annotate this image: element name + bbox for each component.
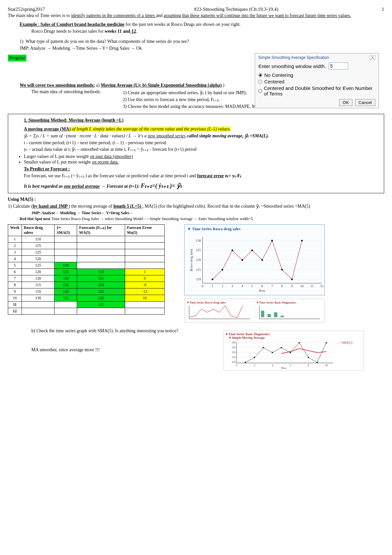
svg-text:8: 8	[281, 284, 283, 288]
jmp-path: Analyze → Modeling →Time Series→Y= Drug …	[30, 46, 142, 51]
sma-chart-svg: 110115120 125130 024 6810 Row	[225, 339, 336, 369]
svg-text:9: 9	[291, 284, 293, 288]
table-row: 9110120122-12	[8, 288, 165, 295]
radio-icon	[258, 73, 262, 77]
using-step1: 1) Calculate (by hand and JMP ) the movi…	[8, 203, 384, 210]
irregular-label: Irregular	[8, 55, 26, 61]
svg-text:4: 4	[241, 284, 243, 288]
svg-text:115: 115	[196, 268, 201, 271]
page-title: #23-Smoothing Techniques (Ch:19.3-19.4)	[194, 7, 278, 12]
page-number: 1	[382, 7, 384, 12]
svg-text:Row: Row	[281, 367, 286, 369]
svg-text:2: 2	[221, 284, 223, 288]
svg-text:1: 1	[212, 284, 213, 288]
svg-text:120: 120	[196, 258, 201, 262]
table-row: 1013012112010	[8, 295, 165, 301]
svg-text:Rosco drug sales: Rosco drug sales	[189, 249, 193, 271]
svg-point-35	[291, 278, 293, 280]
rosco-line: Rosco Drugs needs to forecast sales for …	[31, 28, 384, 35]
svg-point-33	[271, 240, 273, 241]
table-row: 1110	[8, 236, 165, 242]
radio-centered-double[interactable]: Centered and Double Smoothed for Even Nu…	[258, 85, 375, 96]
svg-text:125: 125	[196, 248, 201, 252]
example-heading: Example : Sales of Comfort brand headach…	[20, 22, 384, 28]
svg-text:130: 130	[196, 238, 201, 242]
svg-text:0: 0	[202, 284, 204, 288]
chart-svg: 1101151201251300123456789101112RowRosco …	[188, 234, 325, 292]
enter-width-label: Enter smoothing window width.	[258, 63, 326, 69]
svg-text:2: 2	[254, 364, 255, 367]
svg-text:6: 6	[290, 364, 291, 367]
table-row: 61201211191	[8, 269, 165, 275]
red-hot-spot-line: Red Hot Spot next Red Hot Spot next Time…	[20, 216, 384, 221]
svg-text:125: 125	[232, 346, 236, 349]
time-series-chart: ▼ Time Series Rosco drug sales 110115120…	[184, 224, 325, 295]
dialog-title: Simple Smoothing Average Specification	[258, 55, 329, 60]
using-ma5-heading: Using MA(5) :	[8, 197, 384, 203]
svg-point-31	[252, 250, 253, 251]
svg-text:7: 7	[271, 284, 273, 288]
svg-text:12: 12	[320, 284, 323, 288]
course-code: Stat252spring2017	[8, 7, 45, 12]
svg-point-29	[232, 250, 233, 251]
moving-average-box: 1. Smoothing Method: Moving Average (len…	[8, 114, 384, 194]
col-sales: Rosco drug saless	[22, 224, 55, 236]
svg-text:10: 10	[325, 364, 328, 367]
svg-text:110: 110	[196, 277, 201, 281]
svg-point-28	[221, 269, 223, 270]
svg-point-36	[301, 240, 303, 241]
svg-text:0: 0	[236, 364, 237, 367]
svg-point-32	[261, 259, 263, 261]
table-row: 8115122124-9	[8, 282, 165, 288]
moving-average-chart: ▼Time Series Basic Diagnostics ▼Simple M…	[223, 331, 364, 371]
svg-text:Row: Row	[259, 289, 266, 292]
ma-smoother-note: MA smoother, since average more !!!	[31, 347, 217, 353]
page-header: Stat252spring2017 #23-Smoothing Techniqu…	[8, 7, 384, 12]
table-row: 11121	[8, 301, 165, 308]
svg-point-34	[281, 269, 283, 270]
sma-formula: ỹₜ = Σyₜ / L = sum of · (most · recent ·…	[24, 133, 380, 139]
svg-text:110: 110	[232, 361, 236, 364]
smoothing-width-input[interactable]	[329, 62, 348, 70]
svg-text:5: 5	[252, 284, 253, 288]
predict-line: For forecast, we use Fₜ₊₁ (= ŷₜ₊₁ ) as t…	[24, 173, 380, 179]
svg-text:3: 3	[232, 284, 233, 288]
table-row: 2115	[8, 242, 165, 249]
radio-no-centering[interactable]: No Centering	[258, 72, 375, 78]
col-error: Forecast Error Ma(5)	[125, 224, 164, 236]
svg-text:10: 10	[300, 284, 303, 288]
table-row: 4120	[8, 255, 165, 262]
svg-text:6: 6	[261, 284, 263, 288]
mini-chart-right	[256, 304, 321, 321]
svg-rect-41	[274, 312, 277, 317]
svg-text:115: 115	[232, 356, 236, 359]
svg-text:120: 120	[232, 351, 236, 354]
ma5-table: Week Rosco drug saless ŷ= SMA(5) Forecas…	[8, 224, 165, 315]
svg-rect-40	[268, 314, 271, 317]
table-row: 71301241219	[8, 275, 165, 282]
cancel-button[interactable]: Cancel	[355, 99, 375, 106]
intro-line: The main idea of Time series is to ident…	[8, 13, 384, 19]
svg-text:130: 130	[232, 341, 236, 344]
bullets: Larger values of L put more weight on pa…	[24, 154, 380, 165]
predict-heading: To Predict or Forecast :	[24, 166, 380, 172]
radio-centered[interactable]: Centered	[258, 79, 375, 84]
svg-point-30	[241, 259, 243, 261]
table-row: 3125	[8, 249, 165, 255]
svg-point-27	[212, 278, 213, 280]
col-week: Week	[8, 224, 22, 236]
table-row: 5125119	[8, 262, 165, 269]
question-block: 1) What type of pattern do you see in th…	[8, 39, 217, 62]
small-diagnostic-panels: ▼Time Series Rosco drug sales ▼Time Seri…	[184, 299, 325, 323]
radio-icon	[258, 80, 262, 84]
svg-text:4: 4	[272, 364, 273, 367]
jmp-path-2: JMP: Analyze→ Modeling → Time Series→ Y=…	[31, 210, 384, 216]
svg-rect-42	[281, 316, 284, 317]
col-sma: ŷ= SMA(5)	[55, 224, 77, 236]
svg-text:11: 11	[310, 284, 314, 288]
close-icon[interactable]: X	[370, 55, 375, 60]
question-b: b) Check the time series graph with SMA(…	[31, 328, 217, 334]
radio-icon	[258, 89, 262, 93]
svg-text:8: 8	[308, 364, 309, 367]
ok-button[interactable]: OK	[339, 99, 352, 106]
